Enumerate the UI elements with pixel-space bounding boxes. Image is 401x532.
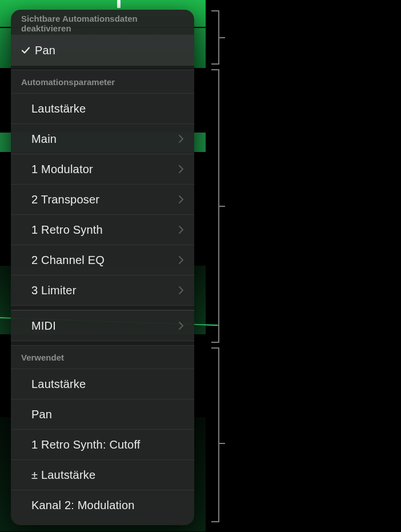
param-item-retro-synth[interactable]: 1 Retro Synth bbox=[11, 214, 194, 245]
automation-parameters-header: Automationsparameter bbox=[11, 70, 194, 93]
param-item-channel-eq[interactable]: 2 Channel EQ bbox=[11, 245, 194, 275]
item-label: 2 Channel EQ bbox=[21, 254, 179, 267]
chevron-right-icon bbox=[179, 134, 184, 143]
item-label: 1 Retro Synth: Cutoff bbox=[21, 438, 184, 451]
param-item-main[interactable]: Main bbox=[11, 123, 194, 154]
item-label: 3 Limiter bbox=[21, 284, 179, 297]
section-divider bbox=[11, 341, 194, 346]
item-label: MIDI bbox=[21, 319, 179, 333]
item-label: Pan bbox=[21, 408, 184, 421]
callout-bracket bbox=[212, 10, 219, 65]
callout-bracket bbox=[212, 69, 219, 343]
param-item-modulator[interactable]: 1 Modulator bbox=[11, 154, 194, 184]
used-item-channel2-modulation[interactable]: Kanal 2: Modulation bbox=[11, 490, 194, 520]
used-item-retro-synth-cutoff[interactable]: 1 Retro Synth: Cutoff bbox=[11, 429, 194, 459]
used-parameters-header: Verwendet bbox=[11, 346, 194, 369]
item-label: Lautstärke bbox=[21, 378, 184, 391]
used-item-volume[interactable]: Lautstärke bbox=[11, 369, 194, 399]
used-item-relative-volume[interactable]: ± Lautstärke bbox=[11, 459, 194, 490]
param-item-volume[interactable]: Lautstärke bbox=[11, 93, 194, 123]
playhead-marker[interactable] bbox=[117, 0, 121, 8]
section-divider bbox=[11, 65, 194, 70]
automation-parameter-popup: Sichtbare Automationsdaten deaktivieren … bbox=[11, 10, 194, 525]
section-title: Automationsparameter bbox=[21, 77, 115, 87]
chevron-right-icon bbox=[179, 165, 184, 174]
disable-visible-automation-header[interactable]: Sichtbare Automationsdaten deaktivieren bbox=[11, 12, 194, 35]
chevron-right-icon bbox=[179, 255, 184, 265]
item-label: Main bbox=[21, 133, 179, 146]
item-label: ± Lautstärke bbox=[21, 469, 184, 482]
item-label: 2 Transposer bbox=[21, 193, 179, 206]
item-label: 1 Modulator bbox=[21, 163, 179, 176]
section-divider bbox=[11, 305, 194, 310]
used-item-pan[interactable]: Pan bbox=[11, 399, 194, 429]
checkmark-icon bbox=[21, 46, 35, 55]
item-label: Lautstärke bbox=[21, 102, 184, 115]
section-title: Verwendet bbox=[21, 353, 64, 362]
selected-parameter-pan[interactable]: Pan bbox=[11, 35, 194, 65]
item-label: Pan bbox=[35, 44, 184, 57]
callout-bracket bbox=[212, 347, 219, 522]
item-label: 1 Retro Synth bbox=[21, 223, 179, 237]
item-label: Kanal 2: Modulation bbox=[21, 499, 184, 512]
param-item-limiter[interactable]: 3 Limiter bbox=[11, 275, 194, 305]
chevron-right-icon bbox=[179, 286, 184, 295]
param-item-transposer[interactable]: 2 Transposer bbox=[11, 184, 194, 214]
param-item-midi[interactable]: MIDI bbox=[11, 310, 194, 341]
header-label: Sichtbare Automationsdaten deaktivieren bbox=[21, 14, 184, 33]
chevron-right-icon bbox=[179, 321, 184, 330]
chevron-right-icon bbox=[179, 195, 184, 204]
chevron-right-icon bbox=[179, 225, 184, 234]
